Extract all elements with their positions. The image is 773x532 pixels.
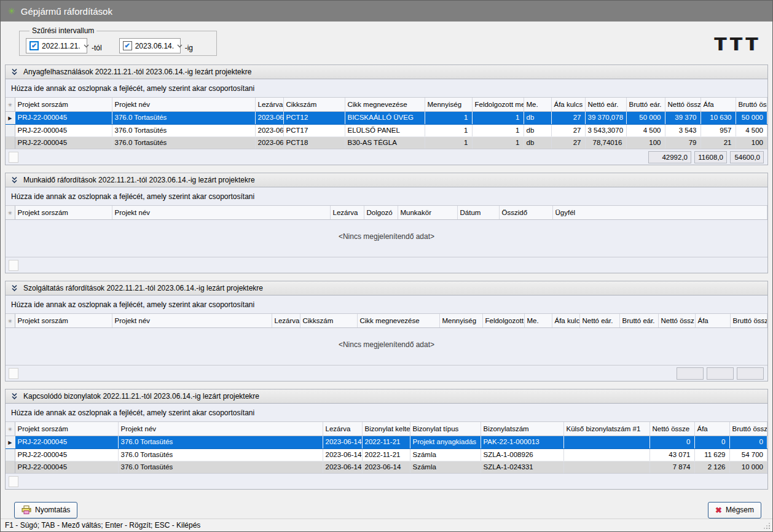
column-header[interactable]: Dolgozó xyxy=(364,206,398,219)
column-header[interactable]: Mennyiség xyxy=(439,314,482,327)
hscroll-box[interactable] xyxy=(9,476,18,487)
column-header[interactable]: Projekt név xyxy=(112,314,272,327)
hscroll-box[interactable] xyxy=(9,152,18,163)
column-header[interactable]: Projekt név xyxy=(118,422,323,436)
print-button[interactable]: Nyomtatás xyxy=(14,502,77,518)
column-header[interactable]: Nettó össz xyxy=(658,314,695,327)
column-header[interactable]: Áfa xyxy=(700,98,736,111)
column-header[interactable]: Me. xyxy=(524,314,552,327)
column-header[interactable]: Projekt sorszám xyxy=(15,422,118,436)
table-cell: ELÜLSŐ PANEL xyxy=(345,124,425,136)
table-row[interactable]: ▶PRJ-22-000045376.0 Tortasütés2023-06-14… xyxy=(6,436,767,448)
column-header[interactable]: Nettó össze xyxy=(649,422,694,436)
chevron-down-icon[interactable] xyxy=(84,44,89,48)
select-all-cell[interactable]: ✳ xyxy=(6,422,15,436)
column-header[interactable]: Lezárva xyxy=(330,206,364,219)
app-icon: ✳ xyxy=(8,7,15,15)
column-header[interactable]: Feldolgozott men xyxy=(472,98,524,111)
summary-box: 54600,0 xyxy=(730,151,764,163)
column-header[interactable]: Projekt név xyxy=(112,206,330,219)
column-header[interactable]: Munkakör xyxy=(398,206,457,219)
column-header[interactable]: Bizonylat típus xyxy=(410,422,481,436)
column-header[interactable]: Bruttó össz xyxy=(730,314,767,327)
column-header[interactable]: Ügyfél xyxy=(552,206,767,219)
column-header[interactable]: Projekt sorszám xyxy=(15,206,112,219)
actions-row: Nyomtatás ✖ Mégsem xyxy=(14,501,761,518)
column-header[interactable]: Áfa kulcs xyxy=(551,98,585,111)
hscroll-box[interactable] xyxy=(9,368,18,379)
grid-footer xyxy=(6,473,767,489)
column-header[interactable]: Lezárva xyxy=(255,98,283,111)
section-header[interactable]: Anyagfelhasználások 2022.11.21.-tól 2023… xyxy=(5,65,768,79)
grid-footer xyxy=(6,365,767,381)
table-row[interactable]: PRJ-22-000045376.0 Tortasütés2023-06-1PC… xyxy=(6,124,767,136)
collapse-double-chevron-icon[interactable] xyxy=(11,393,18,400)
column-header[interactable]: Áfa kulc xyxy=(552,314,579,327)
column-header[interactable]: Feldolgozott m xyxy=(482,314,524,327)
collapse-double-chevron-icon[interactable] xyxy=(11,176,18,184)
date-from-dropdown[interactable]: ✔ 2022.11.21. xyxy=(26,38,87,53)
date-to-checkbox[interactable]: ✔ xyxy=(123,41,132,50)
table-row[interactable]: PRJ-22-000045376.0 Tortasütés2023-06-142… xyxy=(6,448,767,461)
column-header[interactable]: Bizonylat kelte xyxy=(362,422,410,436)
column-header[interactable]: Áfa xyxy=(695,314,730,327)
select-all-cell[interactable]: ✳ xyxy=(6,98,15,111)
section-header[interactable]: Munkaidő ráfordítások 2022.11.21.-tól 20… xyxy=(5,173,768,187)
hscroll-box[interactable] xyxy=(9,260,18,271)
column-header[interactable]: Bizonylatszám xyxy=(481,422,563,436)
column-header[interactable]: Bruttó eár. xyxy=(626,98,665,111)
table-cell: SZLA-1-008926 xyxy=(481,448,563,461)
column-header[interactable]: Dátum xyxy=(457,206,499,219)
column-header[interactable]: Bruttó eár. xyxy=(619,314,658,327)
resize-grip-icon[interactable] xyxy=(769,528,770,529)
column-header[interactable]: Bruttó össze xyxy=(729,422,767,436)
column-header[interactable]: Projekt sorszám xyxy=(15,314,112,327)
table-row[interactable]: PRJ-22-000045376.0 Tortasütés2023-06-1PC… xyxy=(6,136,767,149)
table-cell: 0 xyxy=(649,436,694,448)
column-header[interactable]: Cikk megnevezése xyxy=(357,314,439,327)
table-row[interactable]: PRJ-22-000045376.0 Tortasütés2023-06-142… xyxy=(6,461,767,473)
column-header[interactable]: Lezárva xyxy=(323,422,362,436)
column-header[interactable]: Összidő xyxy=(499,206,552,219)
table-cell: 2022-11-21 xyxy=(362,436,410,448)
column-header[interactable]: Bruttó össz xyxy=(736,98,767,111)
table-cell: 1 xyxy=(472,111,524,124)
column-header[interactable]: Nettó eár. xyxy=(579,314,619,327)
collapse-double-chevron-icon[interactable] xyxy=(11,284,18,292)
table-cell: db xyxy=(524,136,551,149)
cancel-button[interactable]: ✖ Mégsem xyxy=(708,502,761,518)
table-cell: 39 370 xyxy=(665,111,700,124)
column-header[interactable]: Projekt név xyxy=(112,98,255,111)
date-to-dropdown[interactable]: ✔ 2023.06.14. xyxy=(119,38,181,53)
select-all-cell[interactable]: ✳ xyxy=(6,206,15,219)
chevron-down-icon[interactable] xyxy=(177,44,182,48)
summary-box: 42992,0 xyxy=(648,151,691,163)
title-bar[interactable]: ✳ Gépjármű ráfordítások xyxy=(1,1,772,22)
column-header[interactable]: Cikkszám xyxy=(300,314,357,327)
section-header[interactable]: Szolgáltatás ráfordítások 2022.11.21.-tó… xyxy=(5,281,768,295)
table-cell: 4 500 xyxy=(626,124,665,136)
section-header[interactable]: Kapcsolódó bizonylatok 2022.11.21.-tól 2… xyxy=(5,389,768,404)
table-cell: 27 xyxy=(551,136,585,149)
column-header[interactable]: Me. xyxy=(524,98,551,111)
data-grid: Húzza ide annak az oszlopnak a fejlécét,… xyxy=(5,404,768,490)
column-header[interactable]: Lezárva xyxy=(272,314,300,327)
column-header[interactable]: Külső bizonylatszám #1 xyxy=(563,422,649,436)
company-logo: TTT xyxy=(714,34,761,55)
grid-footer xyxy=(6,257,767,273)
section-title: Kapcsolódó bizonylatok 2022.11.21.-tól 2… xyxy=(23,392,259,401)
column-header[interactable]: Nettó össz xyxy=(665,98,700,111)
table-cell: 78,74016 xyxy=(585,136,626,149)
column-header[interactable]: Cikkszám xyxy=(283,98,345,111)
collapse-double-chevron-icon[interactable] xyxy=(11,68,18,76)
table-row[interactable]: ▶PRJ-22-000045376.0 Tortasütés2023-06-1P… xyxy=(6,111,767,124)
grid-body: ✳Projekt sorszámProjekt névLezárvaCikksz… xyxy=(6,314,767,365)
column-header[interactable]: Projekt sorszám xyxy=(15,98,112,111)
column-header[interactable]: Cikk megnevezése xyxy=(345,98,425,111)
column-header[interactable]: Áfa xyxy=(694,422,729,436)
column-header[interactable]: Nettó eár. xyxy=(585,98,626,111)
select-all-cell[interactable]: ✳ xyxy=(6,314,15,327)
date-from-checkbox[interactable]: ✔ xyxy=(29,41,39,50)
column-header[interactable]: Mennyiség xyxy=(425,98,472,111)
section-munkaido: Munkaidő ráfordítások 2022.11.21.-tól 20… xyxy=(5,173,768,273)
